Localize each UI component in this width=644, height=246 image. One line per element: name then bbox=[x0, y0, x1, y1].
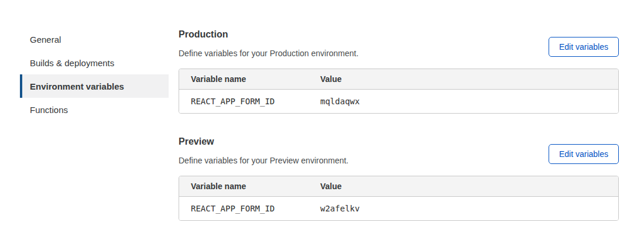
settings-sidebar: General Builds & deployments Environment… bbox=[20, 0, 169, 242]
table-header-row: Variable name Value bbox=[179, 69, 618, 90]
sidebar-item-general[interactable]: General bbox=[20, 28, 169, 51]
sidebar-item-label: Functions bbox=[30, 105, 68, 115]
production-variables-table: Variable name Value REACT_APP_FORM_ID mq… bbox=[179, 69, 619, 114]
preview-variables-table: Variable name Value REACT_APP_FORM_ID w2… bbox=[179, 176, 619, 221]
sidebar-item-builds-deployments[interactable]: Builds & deployments bbox=[20, 51, 169, 74]
column-header-variable-name: Variable name bbox=[179, 176, 309, 197]
column-header-value: Value bbox=[309, 176, 618, 197]
variable-name-cell: REACT_APP_FORM_ID bbox=[179, 197, 309, 221]
table-header-row: Variable name Value bbox=[179, 176, 618, 197]
production-section: Production Define variables for your Pro… bbox=[179, 28, 619, 114]
column-header-variable-name: Variable name bbox=[179, 69, 309, 90]
preview-section: Preview Define variables for your Previe… bbox=[179, 135, 619, 221]
table-row: REACT_APP_FORM_ID w2afelkv bbox=[179, 197, 618, 221]
settings-page: General Builds & deployments Environment… bbox=[0, 0, 644, 242]
table-row: REACT_APP_FORM_ID mqldaqwx bbox=[179, 90, 618, 114]
edit-variables-button-production[interactable]: Edit variables bbox=[549, 37, 619, 57]
edit-variables-button-preview[interactable]: Edit variables bbox=[549, 144, 619, 164]
column-header-value: Value bbox=[309, 69, 618, 90]
sidebar-item-label: Builds & deployments bbox=[30, 58, 114, 68]
variable-value-cell: w2afelkv bbox=[309, 197, 618, 221]
sidebar-item-functions[interactable]: Functions bbox=[20, 98, 169, 121]
sidebar-item-label: Environment variables bbox=[30, 81, 124, 91]
variable-value-cell: mqldaqwx bbox=[309, 90, 618, 114]
variable-name-cell: REACT_APP_FORM_ID bbox=[179, 90, 309, 114]
environment-variables-content: Production Define variables for your Pro… bbox=[179, 0, 619, 242]
sidebar-item-label: General bbox=[30, 35, 61, 45]
sidebar-item-environment-variables[interactable]: Environment variables bbox=[20, 74, 169, 98]
